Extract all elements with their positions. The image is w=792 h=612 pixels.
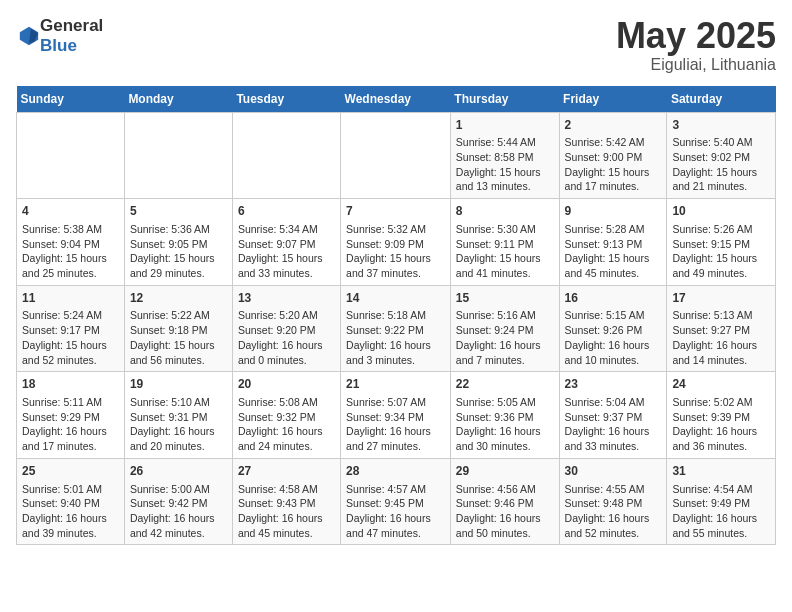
weekday-header-friday: Friday <box>559 86 667 113</box>
day-info: Sunrise: 5:18 AM Sunset: 9:22 PM Dayligh… <box>346 308 445 367</box>
day-info: Sunrise: 5:05 AM Sunset: 9:36 PM Dayligh… <box>456 395 554 454</box>
calendar-cell: 29Sunrise: 4:56 AM Sunset: 9:46 PM Dayli… <box>450 458 559 545</box>
day-number: 18 <box>22 376 119 393</box>
weekday-header-saturday: Saturday <box>667 86 776 113</box>
calendar-cell: 6Sunrise: 5:34 AM Sunset: 9:07 PM Daylig… <box>232 199 340 286</box>
day-info: Sunrise: 5:26 AM Sunset: 9:15 PM Dayligh… <box>672 222 770 281</box>
calendar-cell: 20Sunrise: 5:08 AM Sunset: 9:32 PM Dayli… <box>232 372 340 459</box>
calendar-cell: 22Sunrise: 5:05 AM Sunset: 9:36 PM Dayli… <box>450 372 559 459</box>
day-number: 4 <box>22 203 119 220</box>
calendar-week-row: 18Sunrise: 5:11 AM Sunset: 9:29 PM Dayli… <box>17 372 776 459</box>
day-number: 5 <box>130 203 227 220</box>
day-number: 6 <box>238 203 335 220</box>
weekday-header-tuesday: Tuesday <box>232 86 340 113</box>
day-number: 2 <box>565 117 662 134</box>
calendar-week-row: 4Sunrise: 5:38 AM Sunset: 9:04 PM Daylig… <box>17 199 776 286</box>
day-info: Sunrise: 4:56 AM Sunset: 9:46 PM Dayligh… <box>456 482 554 541</box>
day-info: Sunrise: 5:07 AM Sunset: 9:34 PM Dayligh… <box>346 395 445 454</box>
day-number: 31 <box>672 463 770 480</box>
day-number: 3 <box>672 117 770 134</box>
day-info: Sunrise: 5:10 AM Sunset: 9:31 PM Dayligh… <box>130 395 227 454</box>
calendar-cell: 7Sunrise: 5:32 AM Sunset: 9:09 PM Daylig… <box>341 199 451 286</box>
day-info: Sunrise: 5:15 AM Sunset: 9:26 PM Dayligh… <box>565 308 662 367</box>
calendar-cell: 1Sunrise: 5:44 AM Sunset: 8:58 PM Daylig… <box>450 112 559 199</box>
day-info: Sunrise: 5:20 AM Sunset: 9:20 PM Dayligh… <box>238 308 335 367</box>
day-info: Sunrise: 5:04 AM Sunset: 9:37 PM Dayligh… <box>565 395 662 454</box>
calendar-cell: 9Sunrise: 5:28 AM Sunset: 9:13 PM Daylig… <box>559 199 667 286</box>
day-info: Sunrise: 5:28 AM Sunset: 9:13 PM Dayligh… <box>565 222 662 281</box>
day-info: Sunrise: 5:08 AM Sunset: 9:32 PM Dayligh… <box>238 395 335 454</box>
day-number: 22 <box>456 376 554 393</box>
calendar-cell: 5Sunrise: 5:36 AM Sunset: 9:05 PM Daylig… <box>124 199 232 286</box>
day-number: 9 <box>565 203 662 220</box>
weekday-header-sunday: Sunday <box>17 86 125 113</box>
calendar-table: SundayMondayTuesdayWednesdayThursdayFrid… <box>16 86 776 546</box>
calendar-title: May 2025 <box>616 16 776 56</box>
day-number: 1 <box>456 117 554 134</box>
calendar-cell: 23Sunrise: 5:04 AM Sunset: 9:37 PM Dayli… <box>559 372 667 459</box>
calendar-cell: 27Sunrise: 4:58 AM Sunset: 9:43 PM Dayli… <box>232 458 340 545</box>
calendar-cell: 19Sunrise: 5:10 AM Sunset: 9:31 PM Dayli… <box>124 372 232 459</box>
calendar-cell <box>232 112 340 199</box>
day-info: Sunrise: 5:32 AM Sunset: 9:09 PM Dayligh… <box>346 222 445 281</box>
calendar-cell: 16Sunrise: 5:15 AM Sunset: 9:26 PM Dayli… <box>559 285 667 372</box>
calendar-cell: 26Sunrise: 5:00 AM Sunset: 9:42 PM Dayli… <box>124 458 232 545</box>
day-number: 20 <box>238 376 335 393</box>
calendar-cell <box>341 112 451 199</box>
weekday-header-wednesday: Wednesday <box>341 86 451 113</box>
day-number: 10 <box>672 203 770 220</box>
calendar-week-row: 11Sunrise: 5:24 AM Sunset: 9:17 PM Dayli… <box>17 285 776 372</box>
page-header: General Blue May 2025 Eiguliai, Lithuani… <box>16 16 776 74</box>
day-info: Sunrise: 5:40 AM Sunset: 9:02 PM Dayligh… <box>672 135 770 194</box>
day-number: 13 <box>238 290 335 307</box>
day-number: 29 <box>456 463 554 480</box>
calendar-cell: 15Sunrise: 5:16 AM Sunset: 9:24 PM Dayli… <box>450 285 559 372</box>
day-info: Sunrise: 5:11 AM Sunset: 9:29 PM Dayligh… <box>22 395 119 454</box>
weekday-header-thursday: Thursday <box>450 86 559 113</box>
day-number: 7 <box>346 203 445 220</box>
calendar-week-row: 1Sunrise: 5:44 AM Sunset: 8:58 PM Daylig… <box>17 112 776 199</box>
calendar-cell <box>17 112 125 199</box>
day-number: 25 <box>22 463 119 480</box>
day-number: 26 <box>130 463 227 480</box>
calendar-cell: 18Sunrise: 5:11 AM Sunset: 9:29 PM Dayli… <box>17 372 125 459</box>
day-number: 14 <box>346 290 445 307</box>
calendar-cell: 2Sunrise: 5:42 AM Sunset: 9:00 PM Daylig… <box>559 112 667 199</box>
day-info: Sunrise: 5:22 AM Sunset: 9:18 PM Dayligh… <box>130 308 227 367</box>
title-block: May 2025 Eiguliai, Lithuania <box>616 16 776 74</box>
calendar-cell: 30Sunrise: 4:55 AM Sunset: 9:48 PM Dayli… <box>559 458 667 545</box>
calendar-cell: 8Sunrise: 5:30 AM Sunset: 9:11 PM Daylig… <box>450 199 559 286</box>
calendar-cell: 14Sunrise: 5:18 AM Sunset: 9:22 PM Dayli… <box>341 285 451 372</box>
day-info: Sunrise: 5:30 AM Sunset: 9:11 PM Dayligh… <box>456 222 554 281</box>
calendar-cell: 17Sunrise: 5:13 AM Sunset: 9:27 PM Dayli… <box>667 285 776 372</box>
day-info: Sunrise: 5:16 AM Sunset: 9:24 PM Dayligh… <box>456 308 554 367</box>
calendar-subtitle: Eiguliai, Lithuania <box>616 56 776 74</box>
day-info: Sunrise: 4:58 AM Sunset: 9:43 PM Dayligh… <box>238 482 335 541</box>
day-info: Sunrise: 5:01 AM Sunset: 9:40 PM Dayligh… <box>22 482 119 541</box>
calendar-cell: 12Sunrise: 5:22 AM Sunset: 9:18 PM Dayli… <box>124 285 232 372</box>
logo-general: General <box>40 16 103 35</box>
day-info: Sunrise: 5:13 AM Sunset: 9:27 PM Dayligh… <box>672 308 770 367</box>
day-info: Sunrise: 4:54 AM Sunset: 9:49 PM Dayligh… <box>672 482 770 541</box>
day-info: Sunrise: 5:24 AM Sunset: 9:17 PM Dayligh… <box>22 308 119 367</box>
weekday-header-row: SundayMondayTuesdayWednesdayThursdayFrid… <box>17 86 776 113</box>
calendar-week-row: 25Sunrise: 5:01 AM Sunset: 9:40 PM Dayli… <box>17 458 776 545</box>
calendar-cell: 10Sunrise: 5:26 AM Sunset: 9:15 PM Dayli… <box>667 199 776 286</box>
day-info: Sunrise: 5:38 AM Sunset: 9:04 PM Dayligh… <box>22 222 119 281</box>
day-info: Sunrise: 5:36 AM Sunset: 9:05 PM Dayligh… <box>130 222 227 281</box>
logo: General Blue <box>16 16 103 56</box>
day-info: Sunrise: 5:42 AM Sunset: 9:00 PM Dayligh… <box>565 135 662 194</box>
day-info: Sunrise: 4:55 AM Sunset: 9:48 PM Dayligh… <box>565 482 662 541</box>
day-number: 27 <box>238 463 335 480</box>
calendar-cell: 3Sunrise: 5:40 AM Sunset: 9:02 PM Daylig… <box>667 112 776 199</box>
calendar-cell: 24Sunrise: 5:02 AM Sunset: 9:39 PM Dayli… <box>667 372 776 459</box>
day-number: 17 <box>672 290 770 307</box>
day-number: 11 <box>22 290 119 307</box>
day-number: 8 <box>456 203 554 220</box>
day-info: Sunrise: 5:00 AM Sunset: 9:42 PM Dayligh… <box>130 482 227 541</box>
day-info: Sunrise: 4:57 AM Sunset: 9:45 PM Dayligh… <box>346 482 445 541</box>
weekday-header-monday: Monday <box>124 86 232 113</box>
day-number: 19 <box>130 376 227 393</box>
day-info: Sunrise: 5:02 AM Sunset: 9:39 PM Dayligh… <box>672 395 770 454</box>
day-number: 24 <box>672 376 770 393</box>
